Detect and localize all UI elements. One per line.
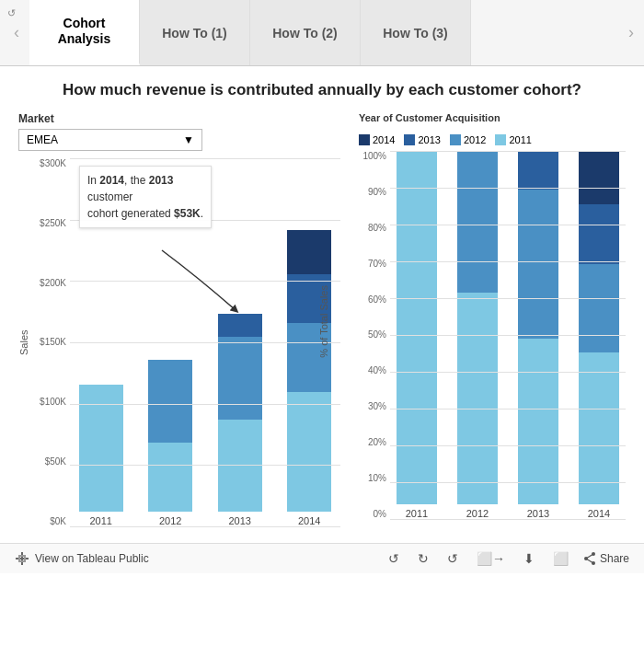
legend-swatch-2014 [359, 134, 370, 145]
bar-segment-2014-2014 [287, 230, 331, 274]
right-chart: Year of Customer Acquisition 2014 2013 2… [359, 112, 626, 526]
x-label-2014: 2014 [298, 515, 320, 526]
bar-segment-2013-2012 [218, 337, 262, 420]
legend-item-2012: 2012 [450, 134, 486, 145]
pct-segment-2014-2011 [579, 352, 619, 504]
tab-cohort-analysis[interactable]: Cohort Analysis [29, 0, 140, 65]
y-tick-50k: $50K [33, 456, 66, 467]
pct-x-label-2013: 2013 [527, 508, 549, 519]
pct-x-label-2014: 2014 [588, 508, 610, 519]
download-btn[interactable]: ⬇ [520, 549, 538, 568]
bottom-right-tools: ↺ ↻ ↺ ⬜→ ⬇ ⬜ Share [385, 549, 629, 568]
legend-label-2013: 2013 [418, 134, 440, 145]
legend-swatch-2013 [404, 134, 415, 145]
svg-line-10 [586, 559, 593, 563]
nav-next-arrow[interactable]: › [618, 0, 644, 66]
page-title: How much revenue is contributed annually… [18, 81, 626, 99]
pct-segment-2012-2011 [457, 293, 498, 504]
y-tick-250k: $250K [33, 218, 66, 228]
expand-btn[interactable]: ⬜ [549, 549, 572, 568]
legend-label-2014: 2014 [373, 134, 395, 145]
legend-item-2014: 2014 [359, 134, 395, 145]
x-label-2011: 2011 [90, 515, 112, 526]
pct-bar-2013[interactable]: 2013 [512, 151, 565, 519]
bar-segment-2014-2011 [287, 392, 331, 512]
pct-segment-2013-2011 [518, 339, 558, 504]
export-btn[interactable]: ⬜→ [473, 549, 509, 568]
bar-2014[interactable]: 2014 [279, 144, 341, 526]
tooltip-box: In 2014, the 2013 customer cohort genera… [79, 166, 212, 228]
svg-rect-5 [18, 560, 26, 562]
share-icon [583, 552, 596, 565]
legend-label-2011: 2011 [509, 134, 531, 145]
tooltip-text5: . [201, 207, 203, 220]
share-btn[interactable]: Share [583, 552, 629, 565]
x-label-2012: 2012 [159, 515, 181, 526]
tab-how-to-3[interactable]: How To (3) [361, 0, 471, 65]
legend-swatch-2011 [495, 134, 506, 145]
pct-segment-2011-2011 [397, 151, 437, 504]
legend-area: Year of Customer Acquisition 2014 2013 2… [359, 112, 626, 145]
legend-swatch-2012 [450, 134, 461, 145]
svg-rect-4 [18, 555, 26, 557]
tableau-public-link[interactable]: View on Tableau Public [15, 551, 149, 566]
svg-line-9 [586, 554, 593, 559]
pct-segment-2013-2013 [518, 151, 558, 190]
pct-y-tick-70: 70% [359, 259, 386, 269]
pct-x-label-2011: 2011 [406, 508, 428, 519]
pct-segment-2014-2014 [579, 151, 619, 204]
svg-rect-1 [16, 558, 29, 559]
y-tick-100k: $100K [33, 397, 66, 407]
legend-title: Year of Customer Acquisition [359, 112, 626, 123]
tableau-icon [15, 551, 29, 566]
bar-segment-2012-2012 [148, 360, 192, 443]
pct-y-tick-0: 0% [359, 509, 386, 519]
tooltip-text2: , the [124, 174, 149, 187]
bar-segment-2012-2011 [148, 443, 192, 512]
redo-btn[interactable]: ↻ [414, 549, 432, 568]
pct-y-tick-50: 50% [359, 329, 386, 340]
market-value: EMEA [27, 133, 58, 146]
bar-2013[interactable]: 2013 [209, 144, 271, 526]
pct-segment-2013-2012 [518, 190, 558, 338]
tab-how-to-1[interactable]: How To (1) [140, 0, 250, 65]
undo-btn[interactable]: ↺ [385, 549, 403, 568]
share-label: Share [600, 552, 629, 565]
pct-bar-2011[interactable]: 2011 [390, 151, 443, 519]
tab-how-to-2[interactable]: How To (2) [250, 0, 361, 65]
tableau-label: View on Tableau Public [35, 552, 149, 565]
tooltip-text3: customer [87, 190, 132, 203]
y-tick-300k: $300K [33, 158, 66, 168]
y-axis-label: Sales [18, 158, 29, 526]
bottom-bar: View on Tableau Public ↺ ↻ ↺ ⬜→ ⬇ ⬜ Shar… [0, 543, 644, 573]
pct-y-tick-20: 20% [359, 437, 386, 447]
pct-y-tick-10: 10% [359, 473, 386, 483]
bar-segment-2013-2011 [218, 420, 262, 512]
tooltip-text1: In [87, 174, 99, 187]
revert-btn[interactable]: ↺ [443, 549, 462, 568]
pct-bar-2012[interactable]: 2012 [451, 151, 504, 519]
bar-segment-2013-2013 [218, 314, 262, 337]
pct-chart-wrapper: 100% 90% 80% 70% 60% 50% 40% 30% 20% 10%… [359, 151, 626, 519]
x-label-2013: 2013 [229, 515, 251, 526]
pct-bar-2014[interactable]: 2014 [572, 151, 626, 519]
legend-item-2011: 2011 [495, 134, 531, 145]
pct-y-tick-90: 90% [359, 187, 386, 197]
pct-segment-2012-2012 [457, 151, 498, 293]
legend-item-2013: 2013 [404, 134, 440, 145]
reload-icon[interactable]: ↺ [7, 7, 16, 19]
y-tick-200k: $200K [33, 278, 66, 288]
pct-y-tick-30: 30% [359, 401, 386, 411]
pct-segment-2014-2012 [579, 264, 619, 352]
tooltip-amount: $53K [174, 207, 201, 220]
tooltip-year1: 2014 [99, 174, 124, 187]
pct-segment-2014-2013 [579, 204, 619, 264]
pct-y-tick-100: 100% [359, 151, 386, 161]
market-label: Market [18, 112, 340, 125]
legend-label-2012: 2012 [464, 134, 486, 145]
pct-y-tick-80: 80% [359, 223, 386, 233]
bar-segment-2011-2011 [79, 385, 123, 512]
y-tick-150k: $150K [33, 337, 66, 347]
pct-y-tick-60: 60% [359, 294, 386, 305]
pct-y-tick-40: 40% [359, 365, 386, 375]
